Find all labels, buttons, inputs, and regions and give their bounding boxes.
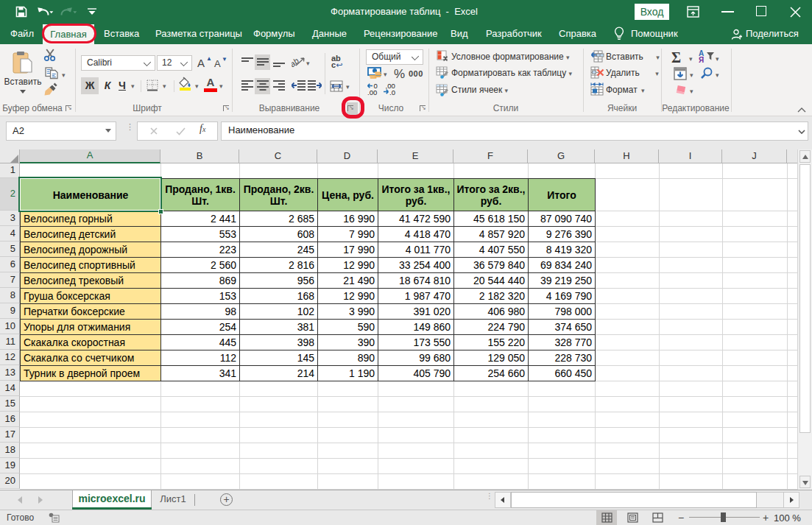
svg-text:ab: ab bbox=[292, 56, 300, 68]
svg-text:,0: ,0 bbox=[389, 88, 395, 96]
svg-text:,00: ,00 bbox=[367, 88, 377, 96]
